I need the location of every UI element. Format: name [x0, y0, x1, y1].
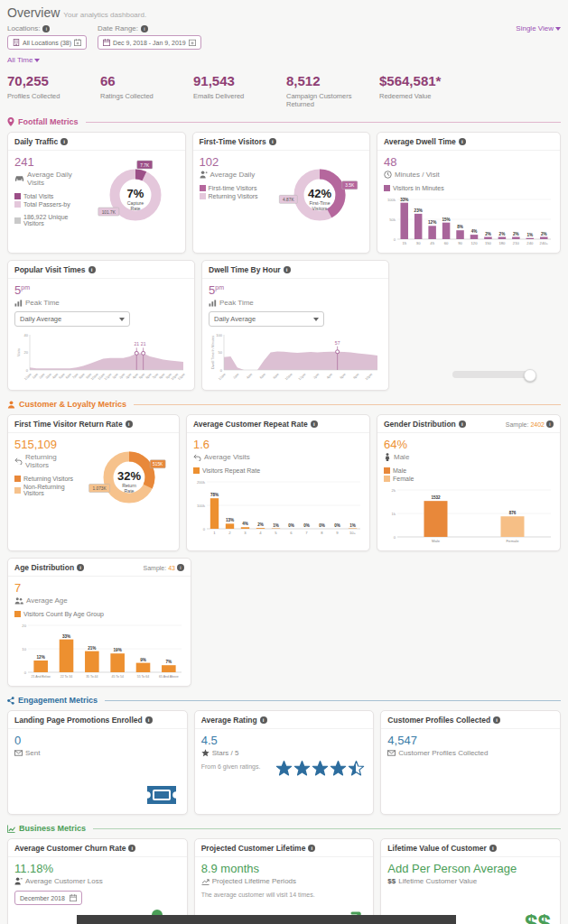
info-icon[interactable]	[126, 420, 133, 428]
svg-text:3.5K: 3.5K	[345, 183, 355, 188]
svg-text:Rate: Rate	[130, 206, 140, 211]
svg-text:1: 1	[213, 531, 216, 535]
svg-text:200k: 200k	[197, 480, 206, 485]
card-dwell-time-by-hour: Dwell Time By Hour 5pm Peak Time Daily A…	[201, 260, 389, 391]
legend-total-passersby: Total Passers-by	[14, 201, 81, 208]
lifetime-note: The average customer will visit 14 times…	[201, 892, 368, 898]
svg-text:55 To 64: 55 To 64	[137, 675, 149, 679]
daterange-picker[interactable]: Dec 9, 2018 - Jan 9, 2019	[98, 35, 201, 50]
svg-text:65 And Above: 65 And Above	[159, 675, 179, 679]
card-profiles-collected: Customer Profiles Collected 4,547 Custom…	[380, 710, 561, 815]
svg-text:120: 120	[471, 241, 479, 245]
repeat-rate-value: 1.6	[193, 438, 363, 451]
info-icon[interactable]	[77, 564, 84, 571]
locations-label: Locations:	[7, 24, 40, 32]
caret-down-icon	[313, 318, 319, 321]
svg-text:5: 5	[275, 531, 277, 535]
info-icon[interactable]	[145, 716, 153, 724]
person-icon	[200, 171, 208, 179]
stat-campaign-returned: 8,512Campaign Customers Returned	[286, 73, 379, 108]
dwell-time-value: 48	[384, 155, 554, 169]
svg-text:21: 21	[141, 341, 146, 346]
svg-text:10am: 10am	[284, 373, 293, 381]
svg-text:210: 210	[513, 241, 520, 245]
undo-icon	[14, 457, 23, 465]
stat-ratings-collected: 66Ratings Collected	[100, 73, 193, 108]
all-time-link[interactable]: All Time	[7, 56, 40, 64]
page-title: Overview	[7, 5, 60, 20]
popular-peak-value: 5pm	[14, 283, 188, 297]
repeat-rate-bar-chart: 200k100k078%113%24%32%41%50%60%70%80%91%…	[193, 474, 363, 537]
info-icon[interactable]	[141, 25, 148, 32]
svg-text:0%: 0%	[303, 523, 310, 528]
svg-text:4%: 4%	[471, 229, 478, 234]
card-gender-distribution: Gender Distribution Sample:2402 64% Male…	[377, 414, 561, 551]
svg-text:23%: 23%	[414, 208, 423, 213]
info-icon[interactable]	[459, 138, 466, 145]
info-icon[interactable]	[489, 845, 497, 852]
info-icon[interactable]	[284, 266, 291, 273]
locations-picker[interactable]: All Locations (38)	[7, 35, 87, 50]
svg-text:876: 876	[509, 511, 517, 515]
first-time-donut: 42%First-TimeVisitors3.5K4.87K	[265, 155, 363, 247]
svg-text:2: 2	[228, 531, 231, 535]
svg-text:6pm: 6pm	[340, 373, 347, 380]
svg-text:3: 3	[244, 531, 247, 535]
svg-text:78%: 78%	[210, 493, 219, 497]
svg-text:8pm: 8pm	[352, 373, 359, 380]
legend-first-time: First-time Visitors	[200, 185, 258, 191]
first-time-value: 102	[200, 155, 258, 169]
svg-text:0%: 0%	[334, 523, 340, 528]
svg-text:0: 0	[203, 527, 206, 531]
info-icon[interactable]	[269, 138, 276, 145]
legend-returning: Returning Visitors	[200, 193, 258, 199]
info-icon[interactable]	[459, 420, 466, 428]
svg-text:1532: 1532	[431, 495, 441, 500]
svg-text:60: 60	[444, 241, 449, 245]
info-icon[interactable]	[42, 25, 50, 32]
single-view-link[interactable]: Single View	[516, 24, 561, 32]
svg-text:2%: 2%	[499, 232, 506, 236]
info-icon[interactable]	[546, 420, 554, 428]
svg-text:Dwell Time In Minutes: Dwell Time In Minutes	[211, 336, 215, 369]
svg-text:6pm: 6pm	[145, 373, 153, 380]
footfall-row-2-spacer	[396, 260, 561, 391]
info-icon[interactable]	[61, 138, 68, 145]
dollar-icon: $$	[387, 877, 396, 885]
return-rate-donut: 32%ReturnRate515K1.073K	[75, 438, 172, 545]
section-loyalty: Customer & Loyalty Metrics	[7, 400, 561, 409]
section-engagement: Engagement Metrics	[7, 696, 561, 705]
svg-text:12pm: 12pm	[298, 373, 307, 381]
info-icon[interactable]	[311, 420, 318, 428]
info-icon[interactable]	[177, 564, 184, 571]
add-per-person-average-link[interactable]: Add Per Person Average	[387, 862, 554, 875]
svg-text:0: 0	[394, 237, 396, 242]
locations-value: All Locations (38)	[23, 40, 71, 46]
popular-interval-select[interactable]: Daily Average	[14, 311, 130, 327]
daily-traffic-value: 241	[14, 155, 81, 169]
info-icon[interactable]	[88, 266, 96, 273]
churn-month-picker[interactable]: December 2018	[14, 891, 82, 905]
svg-text:Female: Female	[507, 539, 520, 543]
svg-text:8pm: 8pm	[158, 373, 165, 380]
share-icon	[7, 697, 14, 705]
svg-text:7.7K: 7.7K	[140, 163, 150, 168]
info-icon[interactable]	[260, 716, 267, 724]
dwell-interval-select[interactable]: Daily Average	[209, 311, 324, 327]
legend-female: Female	[384, 476, 554, 482]
svg-text:4pm: 4pm	[132, 373, 139, 380]
info-icon[interactable]	[128, 845, 135, 852]
horizontal-scrollbar[interactable]	[452, 371, 535, 378]
svg-text:240: 240	[526, 241, 534, 245]
svg-text:2am: 2am	[232, 373, 239, 380]
page-header: OverviewYour analytics dashboard.	[7, 5, 561, 20]
info-icon[interactable]	[493, 716, 500, 724]
info-icon[interactable]	[308, 845, 315, 852]
svg-text:Rate: Rate	[125, 488, 135, 494]
svg-text:Visitors: Visitors	[312, 206, 328, 211]
svg-text:4am: 4am	[51, 373, 59, 380]
card-average-dwell-time: Average Dwell Time 48 Minutes / Visit Vi…	[377, 132, 561, 254]
svg-text:100k: 100k	[387, 198, 396, 202]
person-icon	[384, 453, 391, 461]
svg-text:1%: 1%	[526, 233, 533, 237]
